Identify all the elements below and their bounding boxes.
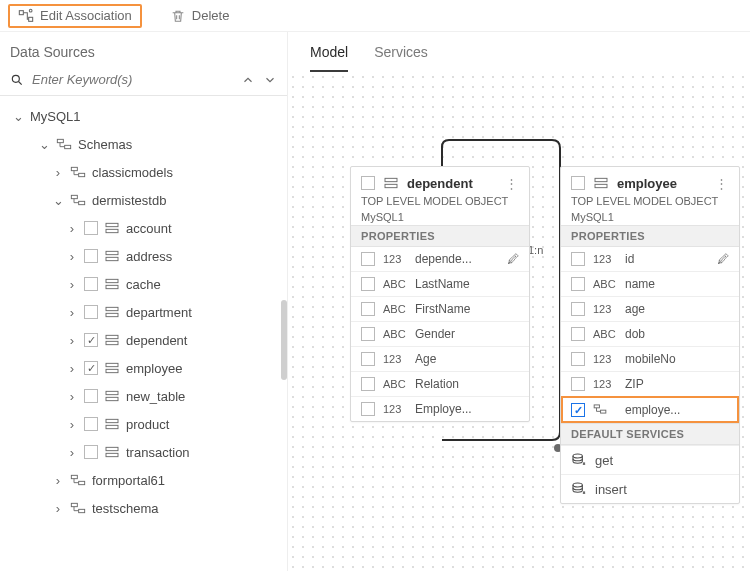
svg-rect-30 xyxy=(71,503,77,506)
model-canvas[interactable]: 1:n dependent ⋮ TOP LEVEL MODEL OBJECT M… xyxy=(288,72,750,571)
tree-node-dependent[interactable]: ›dependent xyxy=(8,326,287,354)
service-row[interactable]: insert xyxy=(561,474,739,503)
caret-down-icon[interactable]: ⌄ xyxy=(38,137,50,152)
type-badge: ABC xyxy=(593,278,617,290)
tree-label: product xyxy=(126,417,169,432)
chevron-up-icon[interactable] xyxy=(241,73,255,87)
checkbox[interactable] xyxy=(84,389,98,403)
checkbox[interactable] xyxy=(571,327,585,341)
search-input[interactable] xyxy=(32,72,233,87)
tree-node-product[interactable]: ›product xyxy=(8,410,287,438)
tree-node-formportal61[interactable]: › formportal61 xyxy=(8,466,287,494)
svg-rect-18 xyxy=(106,335,118,338)
property-row[interactable]: ABCFirstName xyxy=(351,296,529,321)
properties-header: PROPERTIES xyxy=(561,225,739,247)
checkbox-checked[interactable] xyxy=(84,361,98,375)
checkbox[interactable] xyxy=(571,352,585,366)
card-menu-icon[interactable]: ⋮ xyxy=(505,176,519,191)
caret-right-icon[interactable]: › xyxy=(66,389,78,404)
caret-right-icon[interactable]: › xyxy=(66,417,78,432)
key-icon: 🖉 xyxy=(717,252,729,266)
checkbox[interactable] xyxy=(361,377,375,391)
property-row[interactable]: ABCdob xyxy=(561,321,739,346)
checkbox-checked[interactable] xyxy=(84,333,98,347)
svg-rect-28 xyxy=(71,475,77,478)
checkbox[interactable] xyxy=(361,327,375,341)
tree-node-testschema[interactable]: › testschema xyxy=(8,494,287,522)
property-row[interactable]: 123age xyxy=(561,296,739,321)
schema-icon xyxy=(56,136,72,152)
caret-down-icon[interactable]: ⌄ xyxy=(12,109,24,124)
caret-right-icon[interactable]: › xyxy=(52,165,64,180)
checkbox[interactable] xyxy=(361,277,375,291)
tree-node-classicmodels[interactable]: › classicmodels xyxy=(8,158,287,186)
caret-right-icon[interactable]: › xyxy=(66,305,78,320)
svg-point-3 xyxy=(12,75,19,82)
svg-rect-0 xyxy=(19,10,23,14)
tree-node-mysql1[interactable]: ⌄ MySQL1 xyxy=(8,102,287,130)
svg-rect-5 xyxy=(65,145,71,148)
tree-node-schemas[interactable]: ⌄ Schemas xyxy=(8,130,287,158)
property-row[interactable]: ABCLastName xyxy=(351,271,529,296)
type-badge: ABC xyxy=(593,328,617,340)
caret-right-icon[interactable]: › xyxy=(66,361,78,376)
checkbox[interactable] xyxy=(361,352,375,366)
card-checkbox[interactable] xyxy=(571,176,585,190)
scrollbar[interactable] xyxy=(281,300,287,380)
caret-right-icon[interactable]: › xyxy=(66,445,78,460)
entity-icon xyxy=(383,175,399,191)
caret-right-icon[interactable]: › xyxy=(66,333,78,348)
property-row[interactable]: employe... xyxy=(561,396,739,423)
checkbox[interactable] xyxy=(571,302,585,316)
property-row[interactable]: 123mobileNo xyxy=(561,346,739,371)
tree-node-cache[interactable]: ›cache xyxy=(8,270,287,298)
caret-right-icon[interactable]: › xyxy=(66,221,78,236)
tree-label: dermistestdb xyxy=(92,193,166,208)
checkbox[interactable] xyxy=(84,277,98,291)
chevron-down-icon[interactable] xyxy=(263,73,277,87)
tree-node-transaction[interactable]: ›transaction xyxy=(8,438,287,466)
delete-button[interactable]: Delete xyxy=(162,6,238,26)
tree-node-address[interactable]: ›address xyxy=(8,242,287,270)
property-row[interactable]: 123id🖉 xyxy=(561,247,739,271)
property-row[interactable]: 123ZIP xyxy=(561,371,739,396)
tree-node-department[interactable]: ›department xyxy=(8,298,287,326)
checkbox[interactable] xyxy=(361,402,375,416)
checkbox[interactable] xyxy=(84,221,98,235)
tree-node-new-table[interactable]: ›new_table xyxy=(8,382,287,410)
checkbox[interactable] xyxy=(361,302,375,316)
checkbox[interactable] xyxy=(361,252,375,266)
model-card-dependent[interactable]: dependent ⋮ TOP LEVEL MODEL OBJECT MySQL… xyxy=(350,166,530,422)
checkbox[interactable] xyxy=(571,377,585,391)
property-row[interactable]: ABCGender xyxy=(351,321,529,346)
caret-right-icon[interactable]: › xyxy=(52,473,64,488)
caret-right-icon[interactable]: › xyxy=(52,501,64,516)
checkbox[interactable] xyxy=(84,305,98,319)
card-menu-icon[interactable]: ⋮ xyxy=(715,176,729,191)
caret-down-icon[interactable]: ⌄ xyxy=(52,193,64,208)
tree-node-account[interactable]: ›account xyxy=(8,214,287,242)
property-row[interactable]: 123Age xyxy=(351,346,529,371)
edit-association-button[interactable]: Edit Association xyxy=(8,4,142,28)
tree-node-employee[interactable]: ›employee xyxy=(8,354,287,382)
caret-right-icon[interactable]: › xyxy=(66,277,78,292)
checkbox[interactable] xyxy=(84,249,98,263)
checkbox[interactable] xyxy=(571,277,585,291)
caret-right-icon[interactable]: › xyxy=(66,249,78,264)
property-row[interactable]: 123depende...🖉 xyxy=(351,247,529,271)
type-badge: 123 xyxy=(593,303,617,315)
service-row[interactable]: get xyxy=(561,445,739,474)
checkbox-checked[interactable] xyxy=(571,403,585,417)
checkbox[interactable] xyxy=(84,445,98,459)
search-icon[interactable] xyxy=(10,73,24,87)
card-checkbox[interactable] xyxy=(361,176,375,190)
model-card-employee[interactable]: employee ⋮ TOP LEVEL MODEL OBJECT MySQL1… xyxy=(560,166,740,504)
checkbox[interactable] xyxy=(84,417,98,431)
property-row[interactable]: ABCname xyxy=(561,271,739,296)
property-row[interactable]: ABCRelation xyxy=(351,371,529,396)
checkbox[interactable] xyxy=(571,252,585,266)
tree-node-dermistestdb[interactable]: ⌄ dermistestdb xyxy=(8,186,287,214)
property-row[interactable]: 123Employe... xyxy=(351,396,529,421)
tab-model[interactable]: Model xyxy=(310,44,348,72)
tab-services[interactable]: Services xyxy=(374,44,428,72)
